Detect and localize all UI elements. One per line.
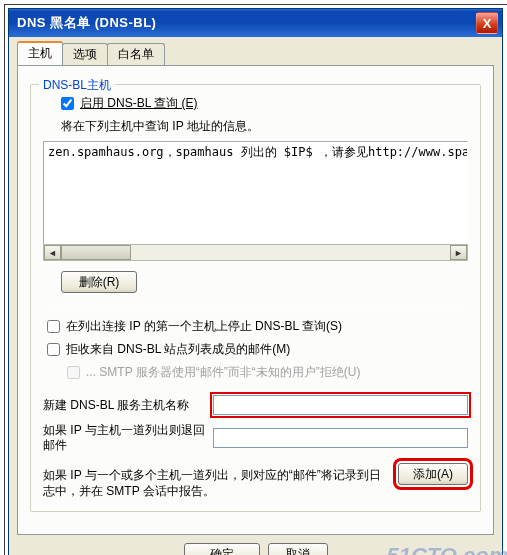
reject-member-checkbox[interactable] [47,343,60,356]
scroll-right-icon[interactable]: ► [450,245,467,260]
titlebar: DNS 黑名单 (DNS-BL) X [9,9,502,37]
hosts-list [43,141,468,245]
lookup-hint: 将在下列主机中查询 IP 地址的信息。 [61,118,468,135]
smtp-reject-label: ... SMTP 服务器使用“邮件”而非“未知的用户”拒绝(U) [86,364,360,381]
cancel-button[interactable]: 取消 [268,543,328,555]
return-mail-input[interactable] [213,428,468,448]
window-title: DNS 黑名单 (DNS-BL) [17,14,476,32]
enable-dnsbl-label: 启用 DNS-BL 查询 (E) [80,95,198,112]
new-host-label: 新建 DNS-BL 服务主机名称 [43,397,213,414]
hosts-hscrollbar[interactable]: ◄ ► [43,244,468,261]
new-host-input[interactable] [213,395,468,415]
enable-dnsbl-checkbox[interactable] [61,97,74,110]
return-mail-label: 如果 IP 与主机一道列出则退回邮件 [43,423,213,453]
scroll-left-icon[interactable]: ◄ [44,245,61,260]
dialog-buttons: 确定 取消 [17,535,494,555]
scroll-track[interactable] [61,245,450,260]
tab-host[interactable]: 主机 [17,41,63,65]
stop-first-checkbox[interactable] [47,320,60,333]
stop-first-label: 在列出连接 IP 的第一个主机上停止 DNS-BL 查询(S) [66,318,342,335]
tab-options[interactable]: 选项 [62,43,108,66]
smtp-reject-checkbox [67,366,80,379]
tab-whitelist[interactable]: 白名单 [107,43,165,66]
add-button[interactable]: 添加(A) [398,463,468,485]
close-icon[interactable]: X [476,12,498,34]
divider [43,305,468,306]
tabpanel-host: DNS-BL主机 启用 DNS-BL 查询 (E) 将在下列主机中查询 IP 地… [17,65,494,535]
group-legend: DNS-BL主机 [39,77,115,94]
scroll-thumb[interactable] [61,245,131,260]
tabstrip: 主机 选项 白名单 [17,43,494,65]
dnsbl-host-group: DNS-BL主机 启用 DNS-BL 查询 (E) 将在下列主机中查询 IP 地… [30,84,481,512]
ok-button[interactable]: 确定 [184,543,260,555]
reject-member-label: 拒收来自 DNS-BL 站点列表成员的邮件(M) [66,341,290,358]
remove-button[interactable]: 删除(R) [61,271,137,293]
log-note: 如果 IP 与一个或多个主机一道列出，则对应的“邮件”将记录到日志中，并在 SM… [43,467,398,499]
hosts-textarea[interactable] [44,142,467,244]
dialog-window: DNS 黑名单 (DNS-BL) X 主机 选项 白名单 DNS-BL主机 启用… [8,8,503,555]
